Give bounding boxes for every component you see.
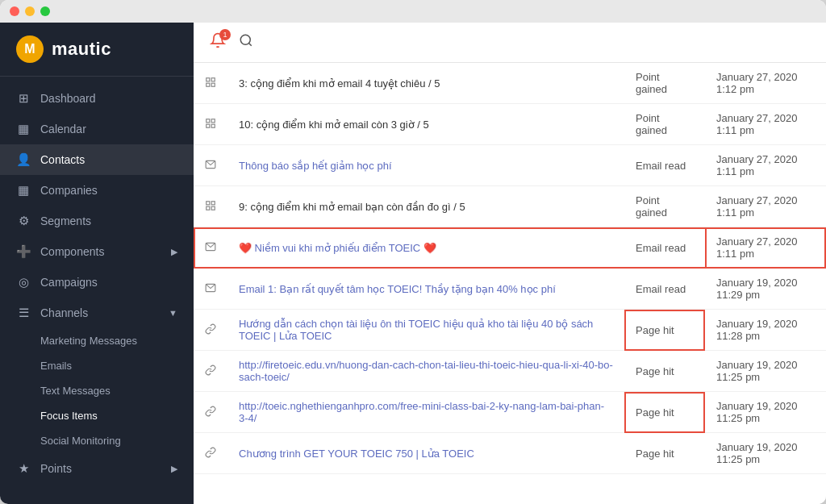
table-row: ❤️ Niềm vui khi mở phiếu điểm TOEIC ❤️Em… xyxy=(194,227,826,269)
sidebar-sub-label: Focus Items xyxy=(40,410,98,422)
sidebar-sub-label: Text Messages xyxy=(40,385,111,397)
row-date: January 27, 20201:11 pm xyxy=(705,104,826,145)
svg-rect-9 xyxy=(211,124,215,127)
row-title: 10: cộng điểm khi mở email còn 3 giờ / 5 xyxy=(227,104,624,145)
svg-rect-12 xyxy=(211,201,215,204)
sidebar-item-companies[interactable]: ▦ Companies xyxy=(0,175,194,206)
sidebar-item-marketing-messages[interactable]: Marketing Messages xyxy=(0,328,194,353)
sidebar-item-social-monitoring[interactable]: Social Monitoring xyxy=(0,428,194,453)
row-icon xyxy=(194,227,227,269)
row-title[interactable]: Chương trình GET YOUR TOEIC 750 | Lửa TO… xyxy=(227,433,624,474)
row-date: January 19, 202011:28 pm xyxy=(705,310,826,351)
row-type: Point gained xyxy=(624,104,705,145)
sidebar-item-points[interactable]: ★ Points ▶ xyxy=(0,453,194,484)
row-link[interactable]: Hướng dẫn cách chọn tài liệu ôn thi TOEI… xyxy=(239,318,593,342)
row-icon xyxy=(194,269,227,310)
logo-letter: M xyxy=(24,42,35,56)
sidebar-item-segments[interactable]: ⚙ Segments xyxy=(0,206,194,236)
notification-button[interactable]: 1 xyxy=(210,32,226,52)
sidebar-item-label: Components xyxy=(40,245,104,258)
chevron-right-icon: ▶ xyxy=(171,464,177,474)
app-name: mautic xyxy=(52,39,111,60)
row-time-text: 11:25 pm xyxy=(716,371,815,383)
row-link[interactable]: Email 1: Bạn rất quyết tâm học TOEIC! Th… xyxy=(239,283,556,295)
svg-rect-13 xyxy=(206,206,210,210)
row-type: Page hit xyxy=(624,392,705,433)
sidebar-item-label: Campaigns xyxy=(40,276,98,289)
row-time-text: 1:11 pm xyxy=(716,248,815,260)
topbar: 1 xyxy=(194,23,826,63)
row-date-text: January 27, 2020 xyxy=(716,71,815,83)
sidebar-item-contacts[interactable]: 👤 Contacts xyxy=(0,144,194,175)
search-button[interactable] xyxy=(239,33,253,52)
row-link[interactable]: http://firetoeic.edu.vn/huong-dan-cach-c… xyxy=(239,359,613,383)
sidebar-item-components[interactable]: ➕ Components ▶ xyxy=(0,236,194,267)
row-date-text: January 19, 2020 xyxy=(716,359,815,371)
close-button[interactable] xyxy=(10,6,19,16)
table-row: Email 1: Bạn rất quyết tâm học TOEIC! Th… xyxy=(194,269,826,310)
svg-rect-11 xyxy=(206,201,210,204)
row-text: 9: cộng điểm khi mở email bạn còn đần đo… xyxy=(239,201,465,213)
row-title[interactable]: ❤️ Niềm vui khi mở phiếu điểm TOEIC ❤️ xyxy=(227,227,624,269)
row-time-text: 11:28 pm xyxy=(716,330,815,342)
table-row: 3: cộng điểm khi mở email 4 tuyệt chiêu … xyxy=(194,63,826,104)
row-icon xyxy=(194,310,227,351)
sidebar-item-campaigns[interactable]: ◎ Campaigns xyxy=(0,267,194,298)
row-title[interactable]: Hướng dẫn cách chọn tài liệu ôn thi TOEI… xyxy=(227,310,624,351)
sidebar: M mautic ⊞ Dashboard ▦ Calendar 👤 Contac… xyxy=(0,23,194,504)
row-type: Point gained xyxy=(624,186,705,227)
row-title[interactable]: Thông báo sắp hết giảm học phí xyxy=(227,145,624,186)
row-date-text: January 19, 2020 xyxy=(716,400,815,412)
sidebar-item-emails[interactable]: Emails xyxy=(0,353,194,378)
minimize-button[interactable] xyxy=(25,6,35,16)
campaigns-icon: ◎ xyxy=(16,275,31,289)
table-row: 9: cộng điểm khi mở email bạn còn đần đo… xyxy=(194,186,826,227)
row-date: January 19, 202011:25 pm xyxy=(705,351,826,392)
notification-badge: 1 xyxy=(219,29,231,40)
row-date: January 27, 20201:11 pm xyxy=(705,227,826,269)
sidebar-item-label: Points xyxy=(40,462,72,475)
row-title[interactable]: http://firetoeic.edu.vn/huong-dan-cach-c… xyxy=(227,351,624,392)
row-date: January 27, 20201:11 pm xyxy=(705,145,826,186)
row-icon xyxy=(194,145,227,186)
row-type: Email read xyxy=(624,227,705,269)
sidebar-item-label: Channels xyxy=(40,306,88,319)
sidebar-item-text-messages[interactable]: Text Messages xyxy=(0,378,194,403)
row-link[interactable]: Niềm vui khi mở phiếu điểm TOEIC xyxy=(252,242,423,254)
table-row: Hướng dẫn cách chọn tài liệu ôn thi TOEI… xyxy=(194,310,826,351)
row-time-text: 1:12 pm xyxy=(716,83,815,95)
components-icon: ➕ xyxy=(16,244,31,259)
sidebar-item-calendar[interactable]: ▦ Calendar xyxy=(0,114,194,144)
sidebar-item-label: Calendar xyxy=(40,123,86,135)
svg-point-0 xyxy=(240,35,250,44)
dashboard-icon: ⊞ xyxy=(16,91,31,106)
row-type: Page hit xyxy=(624,433,705,474)
row-date-text: January 19, 2020 xyxy=(716,318,815,330)
sidebar-item-channels[interactable]: ☰ Channels ▼ xyxy=(0,298,194,328)
row-icon xyxy=(194,63,227,104)
row-title: 9: cộng điểm khi mở email bạn còn đần đo… xyxy=(227,186,624,227)
row-icon xyxy=(194,186,227,227)
row-link[interactable]: Thông báo sắp hết giảm học phí xyxy=(239,160,392,172)
activity-table-container[interactable]: 3: cộng điểm khi mở email 4 tuyệt chiêu … xyxy=(194,63,826,504)
sidebar-item-dashboard[interactable]: ⊞ Dashboard xyxy=(0,83,194,114)
sidebar-item-label: Companies xyxy=(40,184,98,197)
row-icon xyxy=(194,433,227,474)
sidebar-item-label: Contacts xyxy=(40,153,85,166)
sidebar-item-label: Dashboard xyxy=(40,92,96,105)
row-title[interactable]: Email 1: Bạn rất quyết tâm học TOEIC! Th… xyxy=(227,269,624,310)
maximize-button[interactable] xyxy=(40,6,50,16)
sidebar-item-focus-items[interactable]: Focus Items xyxy=(0,403,194,428)
row-title[interactable]: http://toeic.nghethienganhpro.com/free-m… xyxy=(227,392,624,433)
companies-icon: ▦ xyxy=(16,183,31,198)
sidebar-logo: M mautic xyxy=(0,23,194,77)
row-type: Email read xyxy=(624,269,705,310)
row-date-text: January 27, 2020 xyxy=(716,112,815,124)
svg-rect-8 xyxy=(206,124,210,127)
row-link[interactable]: http://toeic.nghethienganhpro.com/free-m… xyxy=(239,400,604,424)
main-content: 1 3: cộng điểm khi mở email 4 tuyệt chiê… xyxy=(194,23,826,504)
logo-icon: M xyxy=(16,35,44,63)
table-row: Chương trình GET YOUR TOEIC 750 | Lửa TO… xyxy=(194,433,826,474)
heart-icon: ❤️ xyxy=(239,242,252,254)
row-link[interactable]: Chương trình GET YOUR TOEIC 750 | Lửa TO… xyxy=(239,448,474,460)
